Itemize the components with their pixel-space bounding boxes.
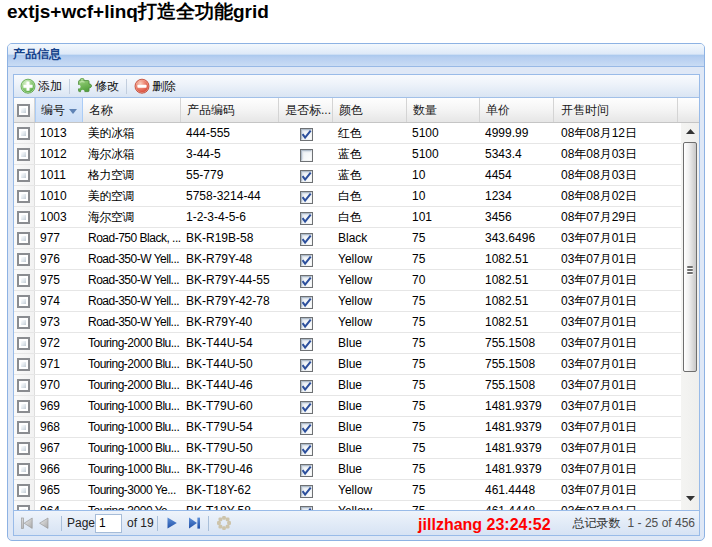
column-header-id[interactable]: 编号 [35,98,83,122]
select-all-checkbox[interactable] [17,104,30,117]
scrollbar-thumb[interactable] [683,142,697,372]
scroll-down-button[interactable] [681,490,699,507]
flag-checked-icon[interactable] [300,421,313,434]
column-header-date[interactable]: 开售时间 [554,98,678,122]
prev-page-button[interactable] [37,515,53,531]
grid-row-977[interactable]: 977Road-750 Black, ...BK-R19B-58 Black75… [14,228,681,249]
row-select-cell [14,312,35,332]
cell-date: 03年07月01日 [554,249,678,269]
row-select-checkbox[interactable] [17,421,30,434]
grid-row-966[interactable]: 966Touring-1000 Blu...BK-T79U-46 Blue751… [14,459,681,480]
flag-checked-icon[interactable] [300,253,313,266]
column-header-checker[interactable] [14,98,35,122]
column-header-price[interactable]: 单价 [480,98,554,122]
flag-checked-icon[interactable] [300,190,313,203]
toolbar-button-delete[interactable]: 删除 [134,76,176,96]
next-page-button[interactable] [163,515,179,531]
grid-row-976[interactable]: 976Road-350-W Yell...BK-R79Y-48 Yellow75… [14,249,681,270]
cell-qty: 5100 [407,123,480,143]
cell-id: 1013 [35,123,83,143]
row-select-checkbox[interactable] [17,463,30,476]
row-select-checkbox[interactable] [17,442,30,455]
cell-flag [279,375,333,395]
grid-row-973[interactable]: 973Road-350-W Yell...BK-R79Y-40 Yellow75… [14,312,681,333]
last-page-button[interactable] [185,515,201,531]
cell-name: 美的空调 [83,186,181,206]
row-select-checkbox[interactable] [17,295,30,308]
row-select-checkbox[interactable] [17,190,30,203]
cell-qty: 75 [407,501,480,510]
scroll-up-button[interactable] [681,123,699,140]
row-select-checkbox[interactable] [17,169,30,182]
flag-checked-icon[interactable] [300,379,313,392]
flag-checked-icon[interactable] [300,484,313,497]
grid-row-971[interactable]: 971Touring-2000 Blu...BK-T44U-50 Blue757… [14,354,681,375]
row-select-checkbox[interactable] [17,253,30,266]
grid-row-970[interactable]: 970Touring-2000 Blu...BK-T44U-46 Blue757… [14,375,681,396]
row-select-checkbox[interactable] [17,316,30,329]
grid-row-972[interactable]: 972Touring-2000 Blu...BK-T44U-54 Blue757… [14,333,681,354]
row-select-checkbox[interactable] [17,358,30,371]
total-records-label: 总记录数 [573,515,621,532]
flag-checked-icon[interactable] [300,442,313,455]
flag-checked-icon[interactable] [300,358,313,371]
vertical-scrollbar[interactable] [681,123,699,510]
column-header-flag[interactable]: 是否标... [279,98,333,122]
row-select-checkbox[interactable] [17,337,30,350]
cell-color: 白色 [333,207,407,227]
toolbar-button-label: 删除 [152,78,176,95]
column-header-qty[interactable]: 数量 [407,98,480,122]
grid-row-968[interactable]: 968Touring-1000 Blu...BK-T79U-54 Blue751… [14,417,681,438]
grid-row-967[interactable]: 967Touring-1000 Blu...BK-T79U-50 Blue751… [14,438,681,459]
toolbar-button-edit-plugin[interactable]: 修改 [77,76,119,96]
row-select-checkbox[interactable] [17,148,30,161]
toolbar-button-label: 添加 [38,78,62,95]
cell-qty: 75 [407,396,480,416]
cell-qty: 101 [407,207,480,227]
cell-qty: 75 [407,417,480,437]
flag-checked-icon[interactable] [300,169,313,182]
row-select-checkbox[interactable] [17,211,30,224]
column-header-name[interactable]: 名称 [83,98,181,122]
flag-checked-icon[interactable] [300,400,313,413]
row-select-checkbox[interactable] [17,232,30,245]
grid-row-964[interactable]: 964Touring-3000 Ye...BK-T18Y-58 Yellow75… [14,501,681,510]
flag-checked-icon[interactable] [300,127,313,140]
cell-color: 红色 [333,123,407,143]
grid-row-969[interactable]: 969Touring-1000 Blu...BK-T79U-60 Blue751… [14,396,681,417]
toolbar-button-add[interactable]: 添加 [20,76,62,96]
grid-row-1013[interactable]: 1013美的冰箱444-555 红色51004999.9908年08月12日 [14,123,681,144]
sort-desc-arrow-icon [69,109,77,114]
cell-code: BK-R79Y-44-55 [181,270,279,290]
cell-id: 964 [35,501,83,510]
flag-checked-icon[interactable] [300,337,313,350]
grid-row-965[interactable]: 965Touring-3000 Ye...BK-T18Y-62 Yellow75… [14,480,681,501]
cell-code: 444-555 [181,123,279,143]
grid-row-1011[interactable]: 1011格力空调55-779 蓝色10445408年08月03日 [14,165,681,186]
grid-row-1012[interactable]: 1012海尔冰箱3-44-5 蓝色51005343.408年08月03日 [14,144,681,165]
first-page-button[interactable] [19,515,35,531]
column-header-color[interactable]: 颜色 [333,98,407,122]
grid-row-974[interactable]: 974Road-350-W Yell...BK-R79Y-42-78 Yello… [14,291,681,312]
flag-checked-icon[interactable] [300,274,313,287]
column-header-code[interactable]: 产品编码 [181,98,279,122]
cell-name: 格力空调 [83,165,181,185]
flag-checked-icon[interactable] [300,232,313,245]
refresh-button[interactable] [216,515,232,531]
row-select-checkbox[interactable] [17,400,30,413]
grid-row-1003[interactable]: 1003海尔空调1-2-3-4-5-6 白色101345608年07月29日 [14,207,681,228]
page-number-input[interactable] [95,514,122,533]
row-select-checkbox[interactable] [17,127,30,140]
grid-row-975[interactable]: 975Road-350-W Yell...BK-R79Y-44-55 Yello… [14,270,681,291]
cell-code: 5758-3214-44 [181,186,279,206]
cell-name: Touring-2000 Blu... [83,354,181,374]
flag-checked-icon[interactable] [300,295,313,308]
row-select-checkbox[interactable] [17,379,30,392]
flag-unchecked-icon[interactable] [300,148,313,161]
flag-checked-icon[interactable] [300,463,313,476]
grid-row-1010[interactable]: 1010美的空调5758-3214-44 白色10123408年08月02日 [14,186,681,207]
flag-checked-icon[interactable] [300,316,313,329]
flag-checked-icon[interactable] [300,211,313,224]
row-select-checkbox[interactable] [17,274,30,287]
row-select-checkbox[interactable] [17,484,30,497]
